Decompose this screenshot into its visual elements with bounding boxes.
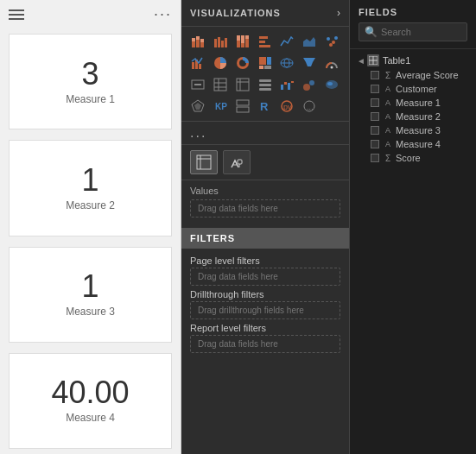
viz-icon-hbar[interactable] [256,32,275,51]
abc-icon-2: A [383,98,393,107]
field-item-1[interactable]: ACustomer [353,82,473,96]
values-label: Values [190,186,340,196]
table-header[interactable]: ◄ Table1 [353,53,473,68]
viz-panel-expand-icon[interactable]: › [337,7,340,19]
svg-rect-3 [196,36,200,40]
table-name: Table1 [383,55,410,66]
svg-point-23 [329,43,333,47]
viz-icon-treemap[interactable] [256,54,275,73]
svg-marker-19 [303,37,315,47]
field-name-1: Customer [396,84,437,94]
viz-icon-clustered-bar[interactable] [211,32,230,51]
viz-icon-combo[interactable] [188,54,207,73]
field-checkbox-3[interactable] [371,112,379,121]
svg-point-56 [309,80,314,85]
field-checkbox-4[interactable] [371,126,379,135]
field-name-0: Average Score [396,70,459,80]
field-checkbox-0[interactable] [371,71,379,79]
viz-icon-r-visual[interactable]: R [256,97,275,116]
viz-icon-python[interactable]: py [277,97,296,116]
svg-rect-16 [259,36,268,39]
search-input[interactable] [381,27,450,37]
svg-text:...: ... [307,103,314,111]
svg-rect-33 [264,66,271,69]
field-item-2[interactable]: AMeasure 1 [353,96,473,110]
field-checkbox-1[interactable] [371,85,379,93]
svg-rect-31 [267,57,271,65]
field-checkbox-5[interactable] [371,140,379,148]
viz-icon-multi-row-card[interactable] [233,97,252,116]
svg-rect-13 [241,35,244,43]
svg-rect-15 [245,35,249,39]
search-box[interactable]: 🔍 [359,22,467,41]
svg-rect-41 [214,79,226,91]
field-checkbox-2[interactable] [371,98,379,107]
left-panel-header: ··· [0,0,181,28]
svg-point-21 [332,41,335,44]
drillthrough-drag[interactable]: Drag drillthrough fields here [190,301,340,319]
viz-icon-funnel[interactable] [300,54,319,73]
viz-icon-waterfall[interactable] [277,75,296,94]
field-item-5[interactable]: AMeasure 4 [353,137,473,151]
viz-more-dots[interactable]: ... [181,122,349,145]
viz-fields-btn[interactable] [190,150,218,174]
viz-icon-scatter[interactable] [322,32,341,51]
viz-icon-card[interactable] [188,75,207,94]
field-checkbox-6[interactable] [371,154,379,162]
page-filters-label: Page level filters [190,255,340,266]
card-label-4: Measure 4 [66,412,115,424]
viz-icon-100-stacked-bar[interactable] [233,32,252,51]
viz-icon-table[interactable] [211,75,230,94]
viz-icon-filled-map[interactable] [322,75,341,94]
field-item-3[interactable]: AMeasure 2 [353,110,473,123]
tree-expand-icon: ◄ [357,56,365,66]
field-item-6[interactable]: ΣScore [353,151,473,165]
viz-icon-kpi[interactable]: KPI [211,97,230,116]
svg-rect-30 [259,57,266,65]
fields-panel-title: FIELDS [359,7,467,17]
fields-panel-header: FIELDS 🔍 [350,0,476,49]
svg-rect-45 [237,79,249,91]
report-filters-drag[interactable]: Drag data fields here [190,335,340,353]
card-label-1: Measure 1 [66,93,115,105]
svg-rect-17 [259,41,265,43]
report-filters-label: Report level filters [190,323,340,333]
values-drag-zone[interactable]: Drag data fields here [190,199,340,218]
left-panel: ··· 3 Measure 1 1 Measure 2 1 Measure 3 … [0,0,181,454]
viz-icon-shape-map[interactable] [188,97,207,116]
card-measure3: 1 Measure 3 [9,247,172,343]
viz-icon-line-chart[interactable] [277,32,296,51]
card-value-2: 1 [81,165,98,196]
card-measure4: 40.00 Measure 4 [9,353,172,449]
svg-rect-32 [259,66,263,69]
viz-icon-matrix[interactable] [233,75,252,94]
page-filters-drag[interactable]: Drag data fields here [190,268,340,286]
viz-format-btn[interactable] [223,150,251,174]
search-icon: 🔍 [365,26,378,38]
svg-rect-5 [200,39,204,42]
viz-panel-header: VISUALIZATIONS › [181,0,349,27]
abc-icon-5: A [383,140,393,148]
card-measure1: 3 Measure 1 [9,34,172,129]
viz-icon-area-chart[interactable] [300,32,319,51]
svg-rect-63 [237,107,249,112]
svg-rect-26 [199,64,201,69]
viz-icon-map[interactable] [277,54,296,73]
svg-rect-4 [200,42,204,47]
visualizations-panel: VISUALIZATIONS › [181,0,350,454]
viz-icon-gauge[interactable] [322,54,341,73]
hamburger-icon[interactable] [9,7,24,22]
viz-icon-stacked-bar[interactable] [188,32,207,51]
svg-rect-54 [291,81,294,83]
field-item-4[interactable]: AMeasure 3 [353,123,473,137]
viz-icon-donut[interactable] [233,54,252,73]
more-options-icon[interactable]: ··· [154,5,172,23]
viz-icon-pie[interactable] [211,54,230,73]
field-name-5: Measure 4 [396,139,441,149]
viz-icon-slicer[interactable] [256,75,275,94]
field-item-0[interactable]: ΣAverage Score [353,68,473,82]
viz-icon-import[interactable]: ... [300,97,319,116]
svg-point-20 [327,37,330,41]
svg-rect-7 [218,37,220,47]
viz-icon-bubble[interactable] [300,75,319,94]
